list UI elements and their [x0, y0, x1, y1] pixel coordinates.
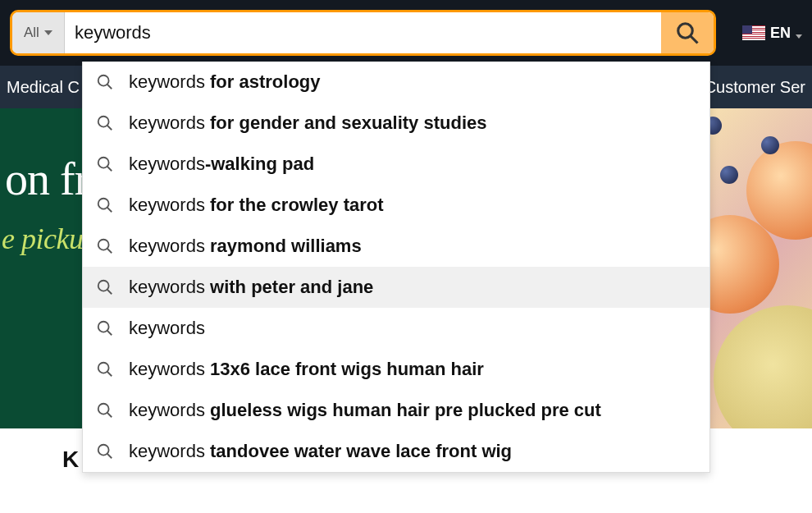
search-button[interactable]	[661, 12, 714, 53]
suggestion-text: keywords for astrology	[129, 71, 321, 93]
berry-decor	[720, 166, 738, 184]
suggestion-text: keywords for the crowley tarot	[129, 195, 384, 216]
search-icon	[96, 319, 114, 337]
language-selector[interactable]: EN	[742, 25, 802, 42]
search-icon	[675, 21, 700, 45]
svg-point-10	[98, 240, 109, 250]
svg-line-21	[107, 454, 112, 459]
flag-us-icon	[742, 25, 765, 40]
suggestion-text: keywords tandovee water wave lace front …	[129, 441, 512, 462]
search-category-dropdown[interactable]: All	[12, 12, 65, 53]
suggestion-text: keywords raymond williams	[129, 236, 362, 257]
suggestion-item[interactable]: keywords-walking pad	[83, 144, 709, 185]
suggestion-text: keywords	[129, 318, 205, 339]
suggestion-text: keywords-walking pad	[129, 153, 314, 175]
search-suggestions-dropdown: keywords for astrologykeywords for gende…	[82, 62, 710, 473]
svg-line-17	[107, 372, 112, 377]
search-icon	[96, 114, 114, 132]
svg-point-20	[98, 445, 109, 456]
suggestion-item[interactable]: keywords tandovee water wave lace front …	[83, 431, 709, 472]
search-icon	[96, 73, 114, 91]
berry-decor	[761, 136, 779, 154]
content-card[interactable]	[741, 428, 791, 513]
caret-down-icon	[44, 30, 52, 35]
suggestion-text: keywords with peter and jane	[129, 277, 373, 298]
svg-line-19	[107, 413, 112, 418]
card-title: K	[62, 447, 79, 472]
svg-point-16	[98, 363, 109, 373]
suggestion-item[interactable]: keywords with peter and jane	[83, 267, 709, 308]
svg-line-7	[107, 167, 112, 172]
svg-line-13	[107, 290, 112, 295]
top-bar: All EN	[0, 0, 812, 66]
svg-line-11	[107, 249, 112, 254]
caret-down-icon	[796, 34, 802, 39]
search-icon	[96, 278, 114, 296]
suggestion-item[interactable]: keywords for the crowley tarot	[83, 185, 709, 226]
subnav-item-right[interactable]: Customer Ser	[705, 78, 805, 97]
svg-point-8	[98, 199, 109, 209]
svg-line-5	[107, 126, 112, 131]
search-icon	[96, 196, 114, 214]
suggestion-item[interactable]: keywords	[83, 308, 709, 349]
suggestion-item[interactable]: keywords 13x6 lace front wigs human hair	[83, 349, 709, 390]
search-icon	[96, 442, 114, 460]
svg-point-0	[678, 24, 693, 39]
svg-point-14	[98, 322, 109, 332]
language-label: EN	[770, 25, 791, 42]
suggestion-item[interactable]: keywords glueless wigs human hair pre pl…	[83, 390, 709, 431]
search-category-label: All	[24, 25, 39, 41]
svg-line-3	[107, 85, 112, 89]
svg-line-9	[107, 208, 112, 213]
search-icon	[96, 237, 114, 255]
svg-line-15	[107, 331, 112, 336]
search-input[interactable]	[65, 12, 661, 53]
search-icon	[96, 155, 114, 173]
search-bar: All	[10, 10, 716, 56]
suggestion-item[interactable]: keywords for gender and sexuality studie…	[83, 103, 709, 144]
subnav-item-left[interactable]: Medical C	[7, 78, 80, 97]
melon-decor	[714, 305, 812, 428]
svg-point-2	[98, 76, 109, 86]
svg-point-18	[98, 404, 109, 415]
suggestion-item[interactable]: keywords raymond williams	[83, 226, 709, 267]
suggestion-text: keywords 13x6 lace front wigs human hair	[129, 359, 484, 380]
suggestion-text: keywords glueless wigs human hair pre pl…	[129, 400, 601, 421]
search-icon	[96, 360, 114, 378]
svg-point-4	[98, 117, 109, 127]
svg-line-1	[691, 36, 698, 44]
svg-point-6	[98, 158, 109, 168]
suggestion-text: keywords for gender and sexuality studie…	[129, 112, 486, 134]
search-icon	[96, 401, 114, 419]
svg-point-12	[98, 281, 109, 291]
suggestion-item[interactable]: keywords for astrology	[83, 62, 709, 103]
